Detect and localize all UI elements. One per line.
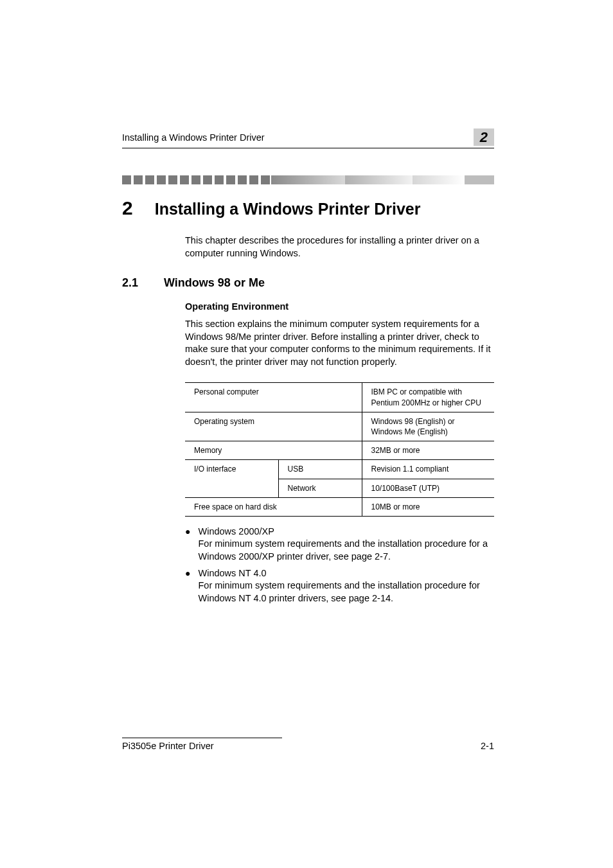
table-row: Free space on hard disk 10MB or more [185, 497, 494, 516]
table-row: Memory 32MB or more [185, 441, 494, 460]
bullet-title: Windows 2000/XP [198, 526, 494, 538]
spec-value: 10/100BaseT (UTP) [362, 479, 494, 497]
spec-value: Revision 1.1 compliant [362, 460, 494, 479]
spec-label: I/O interface [185, 460, 278, 497]
spec-value: IBM PC or compatible with Pentium 200MHz… [362, 383, 494, 412]
decorative-gradient-bar [122, 175, 494, 184]
chapter-badge: 2 [474, 128, 494, 146]
list-item: ● Windows NT 4.0 For minimum system requ… [185, 567, 494, 605]
requirements-table: Personal computer IBM PC or compatible w… [185, 382, 494, 517]
running-header: Installing a Windows Printer Driver [122, 132, 265, 143]
bullet-icon: ● [185, 526, 190, 563]
spec-value: 10MB or more [362, 497, 494, 516]
header-rule [122, 148, 494, 148]
spec-label: Memory [185, 441, 362, 460]
table-row: I/O interface USB Revision 1.1 compliant [185, 460, 494, 479]
spec-value: 32MB or more [362, 441, 494, 460]
chapter-number: 2 [122, 197, 133, 219]
list-item: ● Windows 2000/XP For minimum system req… [185, 526, 494, 563]
spec-sub: Network [278, 479, 362, 497]
footer-product: Pi3505e Printer Driver [122, 741, 214, 751]
environment-paragraph: This section explains the minimum comput… [185, 318, 494, 368]
section-title: Windows 98 or Me [164, 276, 265, 290]
table-row: Personal computer IBM PC or compatible w… [185, 383, 494, 412]
bullet-text: For minimum system requirements and the … [198, 538, 494, 563]
spec-label: Operating system [185, 412, 362, 441]
section-number: 2.1 [122, 276, 138, 290]
spec-sub: USB [278, 460, 362, 479]
spec-label: Personal computer [185, 383, 362, 412]
bullet-icon: ● [185, 567, 190, 605]
spec-value: Windows 98 (English) or Windows Me (Engl… [362, 412, 494, 441]
footer-page-number: 2-1 [481, 741, 494, 751]
bullet-title: Windows NT 4.0 [198, 567, 494, 580]
chapter-title: Installing a Windows Printer Driver [155, 200, 421, 218]
chapter-intro: This chapter describes the procedures fo… [185, 235, 494, 260]
footer-rule [122, 738, 282, 738]
bullet-list: ● Windows 2000/XP For minimum system req… [185, 526, 494, 605]
bullet-text: For minimum system requirements and the … [198, 580, 494, 605]
spec-label: Free space on hard disk [185, 497, 362, 516]
subheading: Operating Environment [185, 301, 494, 312]
table-row: Operating system Windows 98 (English) or… [185, 412, 494, 441]
